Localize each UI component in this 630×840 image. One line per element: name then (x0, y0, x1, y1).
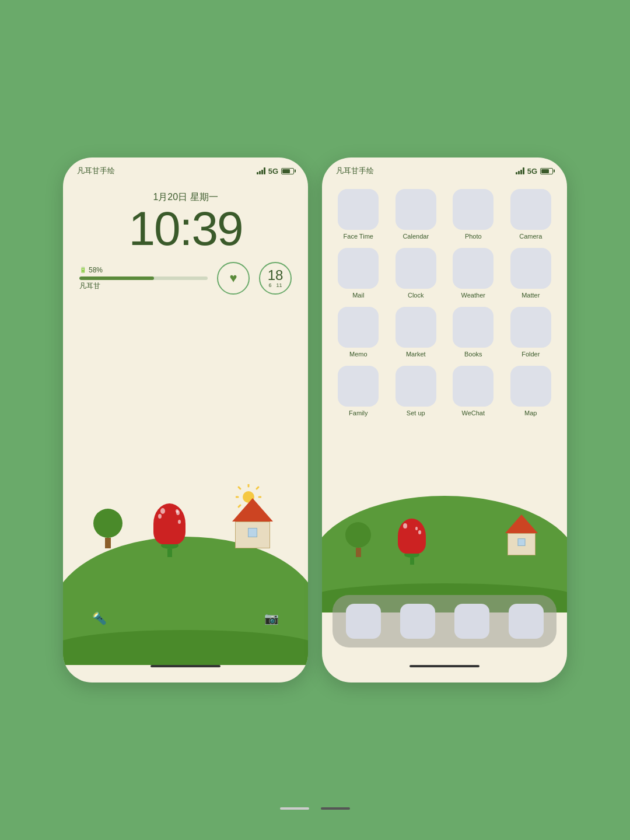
dock-icon-4[interactable] (509, 604, 544, 639)
app-icon-map (510, 366, 551, 407)
home-indicator-row (322, 665, 567, 682)
status-bar-home: 凡耳甘手绘 5G (322, 158, 567, 180)
app-grid: Face Time Calendar Photo Camera Mail C (332, 189, 556, 416)
app-label-matter: Matter (522, 292, 540, 299)
page-dot-2 (321, 807, 350, 810)
app-camera[interactable]: Camera (505, 189, 557, 240)
app-facetime[interactable]: Face Time (332, 189, 384, 240)
app-label-clock: Clock (408, 292, 424, 299)
battery-bar (79, 276, 208, 280)
app-label-camera: Camera (519, 233, 542, 240)
app-label-setup: Set up (407, 410, 425, 416)
app-label-books: Books (464, 351, 482, 358)
tree-decoration (93, 509, 123, 548)
app-icon-wechat (453, 366, 494, 407)
app-matter[interactable]: Matter (505, 248, 557, 299)
home-strawberry (398, 519, 426, 565)
app-mail[interactable]: Mail (332, 248, 384, 299)
home-house (505, 514, 538, 555)
svg-line-5 (239, 487, 240, 489)
app-weather[interactable]: Weather (447, 248, 499, 299)
home-tree (345, 522, 371, 557)
app-market[interactable]: Market (390, 307, 442, 358)
app-wechat[interactable]: WeChat (447, 366, 499, 416)
home-indicator (150, 665, 220, 667)
svg-line-17 (528, 533, 529, 534)
status-right: 5G (257, 167, 294, 176)
svg-line-16 (512, 533, 513, 534)
date-time-widget: 1月20日 星期一 10:39 (79, 191, 292, 253)
house-decoration (232, 498, 273, 548)
signal-icon (257, 167, 265, 174)
widgets-row: 🔋 58% 凡耳甘 ♥ 18 6 11 (79, 262, 292, 295)
home-dock (332, 595, 556, 648)
page-dot-1 (280, 807, 309, 810)
flashlight-icon[interactable]: 🔦 (92, 611, 107, 625)
home-indicator-bar (410, 665, 480, 667)
dock-icon-2[interactable] (400, 604, 435, 639)
app-icon-books (453, 307, 494, 348)
app-icon-folder (510, 307, 551, 348)
battery-owner-label: 凡耳甘 (79, 281, 208, 291)
battery-percent: 🔋 58% (79, 266, 208, 274)
app-icon-weather (453, 248, 494, 289)
app-icon-setup (396, 366, 436, 407)
app-label-memo: Memo (349, 351, 368, 358)
app-family[interactable]: Family (332, 366, 384, 416)
number-widget[interactable]: 18 6 11 (259, 262, 292, 295)
lock-content: 1月20日 星期一 10:39 🔋 58% 凡耳甘 ♥ 18 6 (63, 180, 308, 665)
battery-status-icon (281, 168, 294, 174)
app-label-wechat: WeChat (461, 410, 485, 416)
app-icon-facetime (338, 189, 379, 230)
heart-widget[interactable]: ♥ (217, 262, 250, 295)
app-icon-memo (338, 307, 379, 348)
app-label-weather: Weather (461, 292, 485, 299)
signal-icon-home (516, 167, 524, 174)
battery-bar-fill (79, 276, 154, 280)
dock-icon-1[interactable] (346, 604, 381, 639)
app-icon-calendar (396, 189, 436, 230)
heart-icon: ♥ (229, 271, 237, 286)
lock-bottom-bar: 🔦 📷 (63, 606, 308, 636)
battery-widget: 🔋 58% 凡耳甘 (79, 266, 208, 291)
number-big: 18 (268, 268, 284, 282)
svg-point-9 (515, 520, 526, 530)
home-sun (509, 513, 532, 539)
app-label-calendar: Calendar (402, 233, 429, 240)
app-label-family: Family (349, 410, 368, 416)
app-icon-clock (396, 248, 436, 289)
app-memo[interactable]: Memo (332, 307, 384, 358)
number-sub-row: 6 11 (268, 282, 282, 288)
lock-home-indicator-row (63, 665, 308, 682)
app-icon-market (396, 307, 436, 348)
strawberry-decoration (153, 503, 186, 557)
svg-line-6 (257, 487, 258, 489)
svg-line-15 (528, 516, 529, 517)
app-label-folder: Folder (522, 351, 540, 358)
camera-icon[interactable]: 📷 (264, 611, 279, 625)
app-folder[interactable]: Folder (505, 307, 557, 358)
app-icon-matter (510, 248, 551, 289)
app-clock[interactable]: Clock (390, 248, 442, 299)
app-books[interactable]: Books (447, 307, 499, 358)
app-calendar[interactable]: Calendar (390, 189, 442, 240)
app-label-map: Map (524, 410, 537, 416)
app-label-facetime: Face Time (344, 233, 373, 240)
home-content: Face Time Calendar Photo Camera Mail C (322, 180, 567, 665)
app-setup[interactable]: Set up (390, 366, 442, 416)
battery-icon-home (540, 168, 553, 174)
dock-icon-3[interactable] (454, 604, 489, 639)
app-photo[interactable]: Photo (447, 189, 499, 240)
lock-screen-phone: 凡耳甘手绘 5G 1月20日 星期一 10:39 🔋 58% (63, 158, 308, 682)
hill-decoration (63, 537, 308, 665)
network-label-home: 5G (527, 167, 537, 176)
app-label-market: Market (406, 351, 426, 358)
app-icon-mail (338, 248, 379, 289)
app-icon-family (338, 366, 379, 407)
carrier-label-home: 凡耳甘手绘 (336, 166, 374, 176)
app-map[interactable]: Map (505, 366, 557, 416)
status-right-home: 5G (516, 167, 553, 176)
app-icon-camera (510, 189, 551, 230)
app-label-photo: Photo (465, 233, 482, 240)
time-label: 10:39 (79, 205, 292, 253)
